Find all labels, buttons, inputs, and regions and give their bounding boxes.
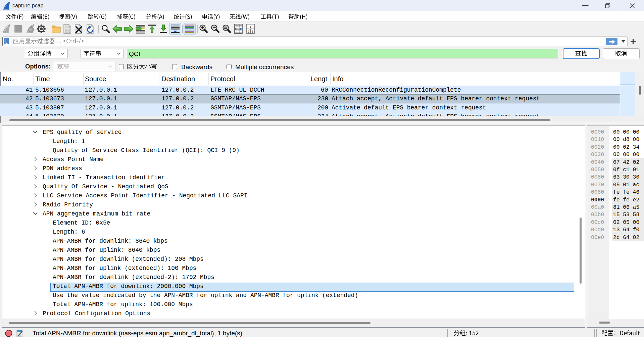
svg-text:2: 2: [248, 30, 249, 33]
svg-text:1: 1: [250, 25, 251, 29]
svg-text:0111: 0111: [65, 31, 70, 33]
svg-text:3: 3: [252, 30, 253, 33]
